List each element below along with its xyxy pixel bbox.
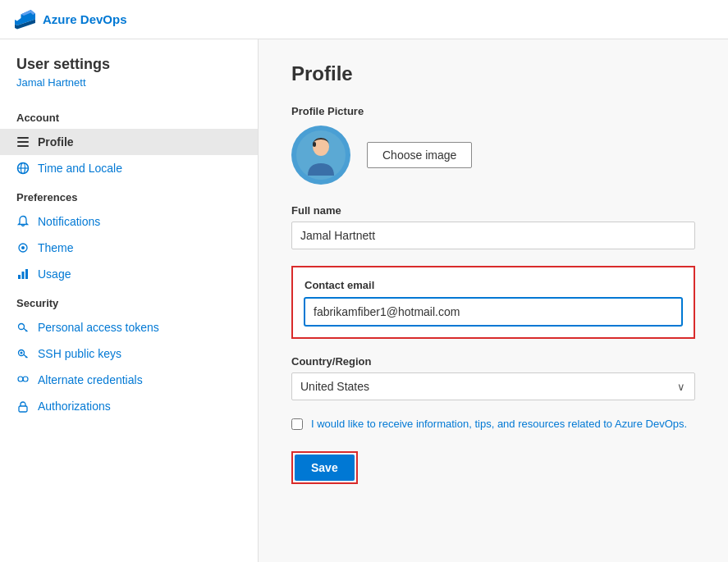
page-title: Profile — [291, 62, 695, 85]
theme-icon — [16, 241, 30, 254]
svg-rect-9 — [22, 272, 25, 279]
sidebar-item-theme[interactable]: Theme — [0, 235, 258, 261]
contact-email-label: Contact email — [304, 279, 682, 291]
ssh-key-icon — [16, 347, 30, 360]
choose-image-button[interactable]: Choose image — [367, 142, 472, 168]
country-region-section: Country/Region United States — [291, 355, 695, 400]
svg-rect-10 — [25, 269, 28, 279]
alt-credentials-icon — [16, 373, 30, 386]
sidebar-item-ssh-label: SSH public keys — [38, 347, 121, 360]
avatar-svg — [296, 130, 346, 180]
save-button-wrapper: Save — [291, 451, 358, 484]
contact-email-input[interactable] — [304, 298, 682, 326]
main-layout: User settings Jamal Hartnett Account Pro… — [0, 39, 728, 562]
sidebar-section-security: Security — [0, 287, 258, 314]
sidebar-item-notifications-label: Notifications — [38, 215, 100, 228]
key-icon — [16, 321, 30, 334]
svg-rect-16 — [19, 406, 27, 412]
azure-devops-logo-icon — [13, 8, 36, 31]
sidebar-item-ssh[interactable]: SSH public keys — [0, 340, 258, 367]
bell-icon — [16, 215, 30, 228]
profile-picture-section: Profile Picture Choose image — [291, 105, 695, 185]
svg-point-7 — [21, 246, 25, 249]
sidebar-item-theme-label: Theme — [38, 241, 74, 254]
profile-picture-row: Choose image — [291, 126, 695, 185]
globe-icon — [16, 162, 30, 175]
svg-rect-0 — [17, 137, 29, 139]
sidebar-section-account: Account — [0, 102, 258, 129]
country-select[interactable]: United States — [291, 372, 695, 400]
newsletter-label[interactable]: I would like to receive information, tip… — [311, 417, 687, 432]
sidebar-item-authorizations-label: Authorizations — [38, 400, 111, 413]
sidebar-user-name[interactable]: Jamal Hartnett — [0, 76, 258, 102]
full-name-label: Full name — [291, 204, 695, 217]
top-bar: Azure DevOps — [0, 0, 728, 39]
sidebar-item-alt-credentials[interactable]: Alternate credentials — [0, 367, 258, 393]
sidebar-title: User settings — [0, 56, 258, 76]
country-select-wrapper: United States — [291, 372, 695, 400]
svg-rect-1 — [17, 141, 29, 143]
sidebar-item-time-locale-label: Time and Locale — [38, 162, 122, 175]
svg-point-13 — [21, 352, 23, 354]
sidebar-item-pat-label: Personal access tokens — [38, 321, 159, 334]
chart-icon — [16, 267, 30, 281]
sidebar-item-time-locale[interactable]: Time and Locale — [0, 155, 258, 181]
svg-point-15 — [23, 377, 28, 382]
logo[interactable]: Azure DevOps — [13, 8, 127, 31]
lock-icon — [16, 400, 30, 413]
svg-point-14 — [18, 377, 23, 382]
country-region-label: Country/Region — [291, 355, 695, 368]
sidebar-item-usage[interactable]: Usage — [0, 261, 258, 287]
list-icon — [16, 135, 30, 148]
sidebar-item-profile[interactable]: Profile — [0, 129, 258, 155]
sidebar: User settings Jamal Hartnett Account Pro… — [0, 39, 259, 562]
sidebar-item-authorizations[interactable]: Authorizations — [0, 393, 258, 419]
logo-text: Azure DevOps — [43, 12, 127, 26]
newsletter-checkbox-row: I would like to receive information, tip… — [291, 417, 695, 432]
newsletter-checkbox[interactable] — [291, 418, 303, 430]
sidebar-item-notifications[interactable]: Notifications — [0, 208, 258, 235]
svg-rect-8 — [18, 275, 21, 279]
contact-email-section: Contact email — [291, 266, 695, 339]
sidebar-section-preferences: Preferences — [0, 181, 258, 208]
full-name-input[interactable] — [291, 222, 695, 249]
svg-rect-2 — [17, 145, 29, 147]
svg-rect-19 — [313, 142, 316, 147]
main-content: Profile Profile Picture — [259, 39, 728, 562]
sidebar-item-pat[interactable]: Personal access tokens — [0, 314, 258, 340]
avatar — [291, 126, 350, 185]
sidebar-item-usage-label: Usage — [38, 267, 71, 281]
sidebar-item-alt-credentials-label: Alternate credentials — [38, 373, 143, 386]
profile-picture-label: Profile Picture — [291, 105, 695, 117]
save-button[interactable]: Save — [295, 455, 355, 481]
sidebar-item-profile-label: Profile — [38, 135, 74, 148]
full-name-section: Full name — [291, 204, 695, 249]
